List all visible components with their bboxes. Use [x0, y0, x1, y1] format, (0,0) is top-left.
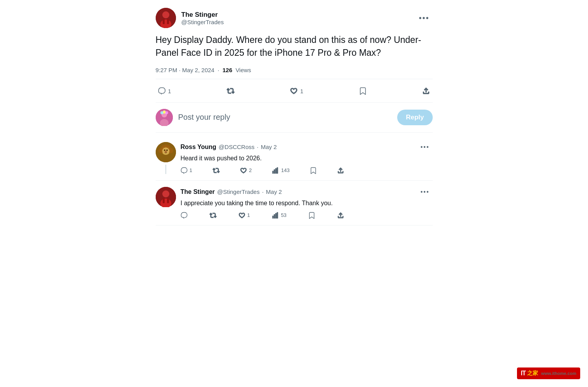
- views-label: Views: [236, 67, 251, 73]
- svg-rect-31: [167, 198, 169, 203]
- reply-views-icon: [272, 167, 279, 174]
- replies-section: Ross Young @DSCCRoss · May 2 ••• Heard i…: [156, 133, 433, 225]
- reply-share-icon: [337, 212, 344, 219]
- svg-point-20: [164, 149, 165, 151]
- reply-comment-icon: [181, 167, 188, 174]
- reply-submit-button[interactable]: Reply: [397, 110, 432, 125]
- svg-rect-32: [272, 216, 273, 218]
- watermark-url: www.ithome.com: [541, 371, 576, 376]
- reply-input[interactable]: Post your reply: [178, 111, 392, 123]
- reply-content: The Stinger @StingerTrades · May 2 ••• I…: [181, 187, 433, 219]
- like-count: 1: [300, 88, 303, 94]
- reply-author-name[interactable]: Ross Young: [181, 144, 217, 151]
- main-tweet-more-options[interactable]: •••: [416, 12, 432, 24]
- svg-point-21: [166, 149, 168, 151]
- svg-point-11: [163, 111, 165, 114]
- thread-line: [165, 165, 166, 174]
- reply-comment-action[interactable]: 1: [181, 167, 192, 174]
- divider-1: [156, 79, 433, 79]
- reply-item: Ross Young @DSCCRoss · May 2 ••• Heard i…: [156, 136, 433, 181]
- main-author-info: The Stinger @StingerTrades: [181, 11, 224, 25]
- reply-date: ·: [257, 144, 258, 150]
- svg-point-28: [162, 190, 169, 197]
- reply-header: Ross Young @DSCCRoss · May 2 •••: [181, 142, 433, 152]
- reply-like-icon: [240, 167, 247, 174]
- main-author-handle[interactable]: @StingerTrades: [181, 19, 224, 25]
- share-icon: [422, 87, 430, 96]
- reply-share-action[interactable]: [337, 167, 344, 174]
- stinger-avatar-sm[interactable]: [156, 187, 176, 207]
- tweet-time: 9:27 PM · May 2, 2024: [156, 67, 215, 73]
- svg-rect-30: [163, 198, 165, 203]
- reply-bookmark-icon: [308, 212, 315, 219]
- reply-retweet-icon: [213, 167, 220, 174]
- reply-like-count: 2: [249, 167, 252, 173]
- svg-rect-24: [274, 169, 275, 173]
- reply-more-options[interactable]: •••: [417, 187, 433, 197]
- reply-item: The Stinger @StingerTrades · May 2 ••• I…: [156, 181, 433, 225]
- svg-rect-26: [277, 167, 278, 173]
- reply-avatar-column: [156, 142, 176, 174]
- reply-bookmark-action[interactable]: [310, 167, 317, 174]
- reply-comment-count: 1: [190, 167, 192, 173]
- bookmark-action[interactable]: [357, 85, 369, 98]
- reply-views-count: 143: [281, 167, 290, 173]
- reply-share-icon: [337, 167, 344, 174]
- svg-rect-34: [275, 213, 276, 218]
- bookmark-icon: [359, 87, 367, 96]
- reply-header: The Stinger @StingerTrades · May 2 •••: [181, 187, 433, 197]
- reply-views-action[interactable]: 143: [272, 167, 290, 174]
- retweet-action[interactable]: [224, 85, 237, 98]
- svg-point-22: [165, 151, 167, 153]
- reply-more-options[interactable]: •••: [417, 142, 433, 152]
- reply-text: I appreciate you taking the time to resp…: [181, 199, 433, 208]
- comment-action[interactable]: 1: [156, 85, 174, 98]
- svg-point-10: [160, 111, 163, 114]
- comment-count: 1: [168, 88, 171, 94]
- svg-rect-3: [163, 19, 165, 24]
- like-action[interactable]: 1: [288, 85, 306, 98]
- main-author-name[interactable]: The Stinger: [181, 11, 224, 19]
- reply-author-handle[interactable]: @DSCCRoss: [219, 144, 254, 150]
- reply-comment-icon: [181, 212, 188, 219]
- reply-share-action[interactable]: [337, 212, 344, 219]
- main-tweet-text: Hey Display Daddy. Where do you stand on…: [156, 34, 433, 60]
- reply-retweet-action[interactable]: [210, 212, 217, 219]
- reply-like-action[interactable]: 1: [238, 212, 250, 219]
- reply-views-action[interactable]: 53: [272, 212, 286, 219]
- reply-retweet-icon: [210, 212, 217, 219]
- like-icon: [290, 87, 298, 96]
- reply-comment-action[interactable]: [181, 212, 188, 219]
- reply-retweet-action[interactable]: [213, 167, 220, 174]
- reply-views-icon: [272, 212, 279, 219]
- reply-date-value: May 2: [266, 188, 282, 195]
- svg-rect-25: [275, 168, 276, 173]
- main-tweet-header: The Stinger @StingerTrades •••: [156, 8, 433, 28]
- reply-like-count: 1: [247, 212, 250, 218]
- reply-date-value: May 2: [261, 144, 277, 150]
- reply-content: Ross Young @DSCCRoss · May 2 ••• Heard i…: [181, 142, 433, 174]
- svg-point-1: [162, 11, 169, 18]
- main-author-avatar[interactable]: [156, 8, 176, 28]
- svg-rect-23: [273, 171, 274, 173]
- tweet-timestamp: 9:27 PM · May 2, 2024 · 126 Views: [156, 67, 433, 73]
- reply-author-name[interactable]: The Stinger: [181, 188, 215, 195]
- reply-action-bar: 1 53: [181, 212, 345, 219]
- ross-avatar[interactable]: [156, 142, 176, 162]
- reply-bookmark-action[interactable]: [308, 212, 315, 219]
- main-tweet-action-bar: 1 1: [156, 81, 433, 102]
- reply-text: Heard it was pushed to 2026.: [181, 154, 433, 163]
- reply-views-count: 53: [281, 212, 286, 218]
- reply-like-action[interactable]: 2: [240, 167, 252, 174]
- views-count: 126: [222, 67, 232, 73]
- svg-rect-33: [274, 214, 275, 218]
- svg-rect-35: [277, 212, 278, 218]
- svg-rect-4: [167, 19, 169, 24]
- comment-icon: [158, 87, 166, 96]
- svg-point-9: [165, 111, 168, 114]
- reply-like-icon: [238, 212, 245, 219]
- reply-author-handle[interactable]: @StingerTrades: [217, 188, 260, 195]
- retweet-icon: [227, 87, 234, 96]
- reply-avatar-column: [156, 187, 176, 219]
- share-action[interactable]: [420, 85, 432, 98]
